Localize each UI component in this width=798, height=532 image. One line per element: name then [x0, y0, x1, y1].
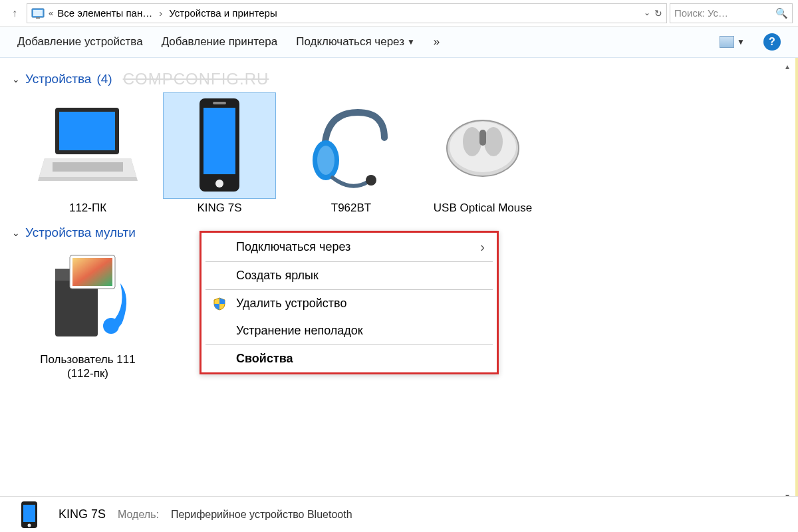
- scroll-track[interactable]: [781, 74, 794, 489]
- control-panel-icon: [31, 7, 45, 20]
- svg-rect-2: [36, 17, 40, 19]
- svg-point-14: [450, 122, 516, 172]
- chevron-down-icon: ▼: [737, 37, 745, 47]
- svg-point-8: [215, 180, 223, 188]
- scroll-up-icon[interactable]: ▴: [781, 59, 794, 74]
- breadcrumb-box[interactable]: « Все элементы пан… › Устройства и принт…: [27, 3, 667, 23]
- chevron-right-icon: ›: [156, 7, 165, 19]
- svg-rect-17: [479, 130, 486, 146]
- svg-rect-7: [203, 108, 235, 174]
- connect-via-button[interactable]: Подключаться через ▼: [296, 35, 415, 49]
- svg-rect-9: [213, 102, 226, 104]
- headset-icon: [295, 92, 408, 199]
- crumb-devices-printers[interactable]: Устройства и принтеры: [169, 7, 277, 19]
- vertical-scrollbar[interactable]: ▴ ▾: [781, 59, 794, 503]
- nav-up-icon[interactable]: ↑: [5, 4, 24, 23]
- address-bar: ↑ « Все элементы пан… › Устройства и при…: [0, 0, 798, 27]
- devices-grid: 112-ПК KING 7S: [12, 92, 786, 215]
- view-mode-button[interactable]: ▼: [720, 36, 745, 48]
- svg-rect-1: [33, 10, 43, 16]
- command-toolbar: Добавление устройства Добавление принтер…: [0, 27, 798, 58]
- group-devices-header[interactable]: ⌄ Устройства (4) COMPCONFIG.RU: [12, 70, 786, 88]
- crumb-all-items[interactable]: Все элементы пан…: [57, 7, 152, 19]
- menu-properties[interactable]: Свойства: [201, 345, 497, 372]
- device-item[interactable]: Пользователь 111 (112-пк): [28, 244, 148, 380]
- media-server-icon: [31, 244, 144, 350]
- details-thumb-icon: [12, 500, 47, 529]
- menu-connect-via[interactable]: Подключаться через ›: [201, 233, 497, 261]
- svg-point-22: [103, 318, 119, 334]
- caret-down-icon: ⌄: [12, 74, 20, 84]
- help-button[interactable]: ?: [763, 33, 781, 51]
- breadcrumb-double-chevron-icon: «: [49, 8, 53, 18]
- details-pane: KING 7S Модель: Периферийное устройство …: [0, 496, 798, 532]
- menu-troubleshoot[interactable]: Устранение неполадок: [201, 317, 497, 344]
- svg-point-25: [28, 523, 31, 527]
- svg-rect-4: [59, 112, 115, 150]
- search-icon[interactable]: 🔍: [775, 7, 788, 19]
- laptop-icon: [31, 92, 144, 199]
- device-item[interactable]: USB Optical Mouse: [423, 92, 543, 215]
- svg-point-12: [366, 175, 376, 186]
- svg-rect-5: [53, 162, 123, 172]
- details-model-value: Периферийное устройство Bluetooth: [171, 509, 352, 521]
- svg-rect-21: [72, 258, 112, 286]
- address-dropdown[interactable]: ⌄ ↻: [644, 8, 662, 19]
- chevron-down-icon: ▼: [407, 37, 415, 47]
- svg-point-11: [317, 146, 334, 175]
- svg-point-15: [463, 127, 481, 156]
- svg-point-16: [484, 127, 503, 156]
- view-icon: [720, 36, 734, 48]
- shield-uac-icon: [212, 297, 227, 311]
- details-model-label: Модель:: [118, 509, 159, 521]
- menu-create-shortcut[interactable]: Создать ярлык: [201, 262, 497, 289]
- add-printer-button[interactable]: Добавление принтера: [162, 35, 278, 49]
- toolbar-overflow[interactable]: »: [434, 35, 440, 49]
- content-area: ⌄ Устройства (4) COMPCONFIG.RU 112-ПК: [0, 58, 798, 503]
- details-device-name: KING 7S: [59, 507, 106, 521]
- caret-down-icon: ⌄: [12, 227, 20, 238]
- device-item[interactable]: 112-ПК: [28, 92, 148, 215]
- refresh-icon[interactable]: ↻: [654, 8, 662, 19]
- chevron-right-icon: ›: [480, 239, 485, 255]
- watermark-text: COMPCONFIG.RU: [123, 70, 269, 88]
- add-device-button[interactable]: Добавление устройства: [17, 35, 143, 49]
- mouse-icon: [426, 92, 539, 199]
- device-item[interactable]: KING 7S: [160, 92, 279, 215]
- search-input[interactable]: Поиск: Ус… 🔍: [670, 3, 793, 23]
- context-menu: Подключаться через › Создать ярлык Удали…: [200, 231, 499, 374]
- phone-icon: [163, 92, 276, 199]
- menu-remove-device[interactable]: Удалить устройство: [201, 290, 497, 317]
- window-edge: [795, 58, 798, 503]
- device-item[interactable]: T962BT: [291, 92, 411, 215]
- svg-rect-24: [23, 505, 35, 522]
